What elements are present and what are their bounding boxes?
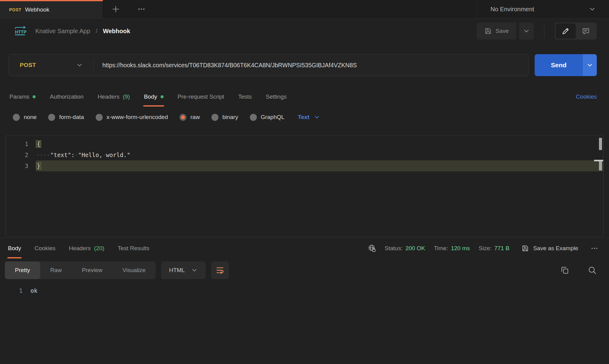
breadcrumb-collection[interactable]: Knative Sample App <box>35 28 90 35</box>
chevron-down-icon <box>191 267 198 274</box>
body-type-binary-label: binary <box>222 114 238 121</box>
tab-pre-request-script-label: Pre-request Script <box>178 93 224 100</box>
response-format-dropdown[interactable]: HTML <box>161 261 206 279</box>
send-button[interactable]: Send <box>535 54 583 76</box>
radio-icon <box>250 114 257 121</box>
save-as-example-label: Save as Example <box>533 245 578 252</box>
editor-line: 2 ····"text":·"Hello,·world." <box>6 149 603 160</box>
edit-request-button[interactable] <box>556 23 576 39</box>
response-tab-body[interactable]: Body <box>8 238 21 258</box>
line-number: 1 <box>0 285 30 296</box>
view-visualize[interactable]: Visualize <box>112 261 156 279</box>
http-request-icon <box>13 26 27 36</box>
comment-icon <box>582 27 590 35</box>
tab-authorization-label: Authorization <box>50 93 83 100</box>
json-value: "Hello, <box>78 152 102 158</box>
body-type-binary[interactable]: binary <box>211 114 238 121</box>
response-tab-cookies-label: Cookies <box>34 245 55 252</box>
view-preview[interactable]: Preview <box>72 261 113 279</box>
raw-language-dropdown[interactable]: Text <box>298 114 320 121</box>
response-tab-test-results[interactable]: Test Results <box>118 238 149 258</box>
radio-icon <box>211 114 218 121</box>
body-type-graphql[interactable]: GraphQL <box>250 114 285 121</box>
body-type-raw[interactable]: raw <box>179 114 200 121</box>
overview-ruler-cursor-mark <box>599 161 602 170</box>
tab-pre-request-script[interactable]: Pre-request Script <box>178 87 224 107</box>
line-number: 2 <box>6 149 36 160</box>
raw-language-label: Text <box>298 114 310 121</box>
request-header: Knative Sample App / Webhook Save <box>0 19 609 44</box>
tab-headers[interactable]: Headers (9) <box>97 87 130 107</box>
body-type-none-label: none <box>24 114 37 121</box>
tab-tests[interactable]: Tests <box>238 87 252 107</box>
send-options-button[interactable] <box>583 54 597 76</box>
body-dot-indicator <box>161 95 164 98</box>
environment-selector[interactable]: No Environment <box>477 0 609 18</box>
word-wrap-button[interactable] <box>211 261 229 279</box>
status-meta: Status: 200 OK <box>385 245 425 252</box>
search-response-button[interactable] <box>588 266 597 275</box>
save-button[interactable]: Save <box>477 23 516 40</box>
radio-icon <box>48 114 55 121</box>
body-type-form-data[interactable]: form-data <box>48 114 84 121</box>
tab-title: Webhook <box>25 6 49 13</box>
editor-line: 1 { <box>6 138 603 149</box>
view-pretty[interactable]: Pretty <box>5 261 40 279</box>
whitespace-dot: · <box>102 152 106 158</box>
tab-body-label: Body <box>144 93 157 100</box>
response-line: 1 ok <box>0 285 609 296</box>
editor-current-line: 3 } <box>6 160 603 171</box>
body-type-raw-label: raw <box>190 114 200 121</box>
time-meta: Time: 120 ms <box>434 245 470 252</box>
response-tabs: Body Cookies Headers (20) Test Results <box>8 238 149 258</box>
response-body-viewer[interactable]: 1 ok <box>0 282 609 296</box>
postman-window: POST Webhook No Environment Knative Samp… <box>0 0 609 296</box>
request-tab-webhook[interactable]: POST Webhook <box>0 0 103 18</box>
more-icon <box>137 5 145 13</box>
response-header: Body Cookies Headers (20) Test Results S… <box>0 238 609 258</box>
header-divider <box>544 24 544 38</box>
chevron-down-icon <box>76 61 83 69</box>
response-options-button[interactable] <box>591 245 598 252</box>
save-options-button[interactable] <box>519 23 534 40</box>
comments-button[interactable] <box>576 23 596 39</box>
response-tab-test-results-label: Test Results <box>118 245 149 252</box>
request-body-editor[interactable]: 1 { 2 ····"text":·"Hello,·world." 3 } <box>5 135 604 237</box>
url-row: POST Send <box>0 44 609 87</box>
tab-settings[interactable]: Settings <box>266 87 287 107</box>
body-type-none[interactable]: none <box>13 114 37 121</box>
view-raw[interactable]: Raw <box>40 261 72 279</box>
method-label: POST <box>20 62 36 68</box>
tab-body[interactable]: Body <box>144 87 163 107</box>
body-type-urlencoded[interactable]: x-www-form-urlencoded <box>96 114 168 121</box>
tab-bar: POST Webhook No Environment <box>0 0 609 19</box>
url-input[interactable] <box>94 62 528 69</box>
request-tabs-spacer <box>287 87 576 107</box>
tab-params[interactable]: Params <box>9 87 36 107</box>
save-as-example-button[interactable]: Save as Example <box>521 244 578 252</box>
response-header-spacer <box>149 238 367 258</box>
copy-response-button[interactable] <box>560 266 569 275</box>
method-dropdown[interactable]: POST <box>9 61 94 69</box>
response-tab-cookies[interactable]: Cookies <box>34 238 55 258</box>
save-button-label: Save <box>496 28 509 34</box>
tab-authorization[interactable]: Authorization <box>50 87 83 107</box>
new-tab-button[interactable] <box>103 0 129 18</box>
whitespace-dots: ···· <box>36 152 50 158</box>
tab-method-badge: POST <box>9 7 21 12</box>
plus-icon <box>111 5 120 14</box>
pencil-icon <box>561 27 570 35</box>
network-info-icon[interactable] <box>367 244 377 253</box>
request-tabs: Params Authorization Headers (9) Body Pr… <box>0 87 609 107</box>
breadcrumb-request-name[interactable]: Webhook <box>103 28 130 35</box>
radio-icon <box>96 114 103 121</box>
cookies-link[interactable]: Cookies <box>576 87 597 107</box>
whitespace-dot: · <box>75 152 78 158</box>
editor-scrollbar-thumb[interactable] <box>599 138 602 150</box>
body-type-row: none form-data x-www-form-urlencoded raw… <box>0 107 609 128</box>
tab-options-button[interactable] <box>129 0 154 18</box>
url-bar: POST <box>9 54 529 76</box>
response-tab-headers[interactable]: Headers (20) <box>69 238 104 258</box>
line-number: 3 <box>6 160 36 171</box>
tab-tests-label: Tests <box>238 93 252 100</box>
